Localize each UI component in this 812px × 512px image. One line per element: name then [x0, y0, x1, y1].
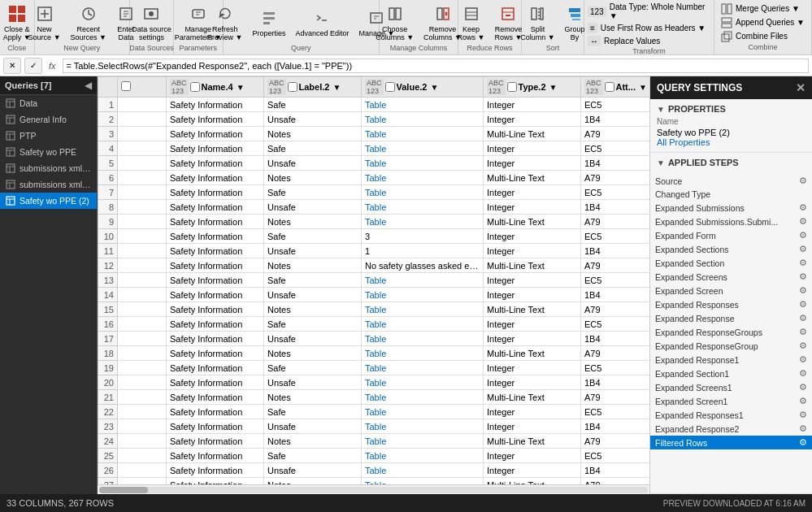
row-select-0[interactable] — [118, 98, 167, 112]
step-gear-17[interactable]: ⚙ — [799, 410, 807, 420]
step-item-10[interactable]: Expanded Response⚙ — [650, 311, 812, 325]
table-container[interactable]: ABC123 Name.4 ▼ ABC123 Label.2 ▼ ABC123 … — [98, 76, 649, 484]
table-link-15[interactable]: Table — [365, 319, 386, 329]
sidebar-item-3[interactable]: Safety wo PPE — [0, 144, 97, 160]
new-source-btn[interactable]: NewSource ▼ — [24, 2, 65, 44]
table-link-17[interactable]: Table — [365, 349, 386, 358]
table-link-25[interactable]: Table — [365, 466, 386, 475]
step-item-7[interactable]: Expanded Screens⚙ — [650, 270, 812, 284]
table-link-1[interactable]: Table — [365, 115, 386, 124]
close-panel-btn[interactable]: ✕ — [796, 81, 805, 94]
step-item-1[interactable]: Changed Type — [650, 188, 812, 201]
datasource-settings-btn[interactable]: Data sourcesettings — [128, 2, 176, 44]
step-item-6[interactable]: Expanded Section⚙ — [650, 256, 812, 270]
table-link-16[interactable]: Table — [365, 334, 386, 344]
row-select-15[interactable] — [118, 317, 167, 332]
cell-9-2[interactable]: 3 — [362, 229, 484, 244]
step-item-16[interactable]: Expanded Screen1⚙ — [650, 394, 812, 408]
step-item-4[interactable]: Expanded Form⚙ — [650, 228, 812, 242]
table-link-5[interactable]: Table — [365, 173, 386, 183]
cell-12-2[interactable]: Table — [362, 273, 484, 288]
step-gear-16[interactable]: ⚙ — [799, 396, 807, 406]
cell-6-2[interactable]: Table — [362, 185, 484, 200]
table-link-14[interactable]: Table — [365, 305, 386, 315]
row-select-7[interactable] — [118, 200, 167, 215]
replace-values-btn[interactable]: ↔ Replace Values — [588, 35, 660, 47]
step-gear-6[interactable]: ⚙ — [799, 258, 807, 268]
step-gear-5[interactable]: ⚙ — [799, 244, 807, 254]
step-gear-3[interactable]: ⚙ — [799, 216, 807, 227]
cell-18-2[interactable]: Table — [362, 361, 484, 375]
row-select-12[interactable] — [118, 273, 167, 288]
cell-20-2[interactable]: Table — [362, 390, 484, 405]
table-link-12[interactable]: Table — [365, 276, 386, 285]
row-select-20[interactable] — [118, 390, 167, 405]
cell-14-2[interactable]: Table — [362, 302, 484, 317]
row-select-9[interactable] — [118, 229, 167, 244]
refresh-preview-btn[interactable]: RefreshPreview ▼ — [203, 2, 246, 44]
row-select-2[interactable] — [118, 127, 167, 141]
col-checkbox-0[interactable] — [190, 82, 200, 92]
cell-0-2[interactable]: Table — [362, 98, 484, 112]
step-item-0[interactable]: Source⚙ — [650, 174, 812, 188]
cell-23-2[interactable]: Table — [362, 434, 484, 449]
row-select-1[interactable] — [118, 112, 167, 127]
col-checkbox-1[interactable] — [288, 82, 297, 92]
col-sort-2[interactable]: ▼ — [430, 83, 438, 92]
row-select-5[interactable] — [118, 171, 167, 185]
step-gear-4[interactable]: ⚙ — [799, 230, 807, 241]
col-sort-4[interactable]: ▼ — [639, 83, 647, 92]
table-link-24[interactable]: Table — [365, 451, 386, 461]
step-gear-14[interactable]: ⚙ — [799, 368, 807, 379]
cell-15-2[interactable]: Table — [362, 317, 484, 332]
cell-3-2[interactable]: Table — [362, 141, 484, 156]
sidebar-item-5[interactable]: submissions xml?us... — [0, 176, 97, 193]
table-link-20[interactable]: Table — [365, 393, 386, 402]
step-gear-11[interactable]: ⚙ — [799, 327, 807, 337]
step-item-3[interactable]: Expanded Submissions.Submi...⚙ — [650, 215, 812, 228]
cell-1-2[interactable]: Table — [362, 112, 484, 127]
step-item-2[interactable]: Expanded Submissions⚙ — [650, 201, 812, 215]
cell-13-2[interactable]: Table — [362, 288, 484, 302]
datatype-btn[interactable]: 123 Data Type: Whole Number ▼ — [588, 2, 710, 21]
cell-5-2[interactable]: Table — [362, 171, 484, 185]
cell-25-2[interactable]: Table — [362, 463, 484, 478]
table-link-21[interactable]: Table — [365, 407, 386, 417]
row-select-11[interactable] — [118, 258, 167, 273]
step-item-15[interactable]: Expanded Screens1⚙ — [650, 380, 812, 394]
horizontal-scrollbar[interactable] — [98, 484, 649, 494]
table-link-18[interactable]: Table — [365, 363, 386, 373]
row-select-21[interactable] — [118, 405, 167, 419]
row-select-23[interactable] — [118, 434, 167, 449]
cell-8-2[interactable]: Table — [362, 215, 484, 229]
all-properties-link[interactable]: All Properties — [657, 137, 710, 147]
col-sort-3[interactable]: ▼ — [549, 83, 558, 92]
row-select-24[interactable] — [118, 449, 167, 463]
row-select-6[interactable] — [118, 185, 167, 200]
sidebar-item-0[interactable]: Data — [0, 95, 97, 111]
step-gear-18[interactable]: ⚙ — [799, 423, 807, 434]
advanced-editor-btn[interactable]: Advanced Editor — [291, 5, 353, 41]
col-checkbox-4[interactable] — [605, 82, 614, 92]
col-sort-0[interactable]: ▼ — [237, 83, 245, 92]
table-link-19[interactable]: Table — [365, 378, 386, 388]
cell-21-2[interactable]: Table — [362, 405, 484, 419]
confirm-btn[interactable]: ✓ — [24, 58, 42, 74]
sidebar-collapse-btn[interactable]: ◀ — [85, 80, 92, 91]
merge-queries-btn[interactable]: Merge Queries ▼ — [721, 2, 800, 15]
cell-11-2[interactable]: No safety glasses asked employee to put … — [362, 258, 484, 273]
cell-2-2[interactable]: Table — [362, 127, 484, 141]
append-queries-btn[interactable]: Append Queries ▼ — [721, 16, 805, 29]
col-header-4[interactable]: ABC123 Att... ▼ — [581, 77, 650, 98]
table-link-22[interactable]: Table — [365, 422, 386, 432]
table-link-4[interactable]: Table — [365, 158, 386, 168]
step-gear-9[interactable]: ⚙ — [799, 299, 807, 310]
properties-btn[interactable]: Properties — [248, 5, 289, 41]
step-item-19[interactable]: Filtered Rows⚙ — [650, 436, 812, 449]
step-item-18[interactable]: Expanded Response2⚙ — [650, 422, 812, 436]
row-select-14[interactable] — [118, 302, 167, 317]
cell-24-2[interactable]: Table — [362, 449, 484, 463]
step-gear-10[interactable]: ⚙ — [799, 313, 807, 323]
col-checkbox-3[interactable] — [507, 82, 517, 92]
step-item-5[interactable]: Expanded Sections⚙ — [650, 242, 812, 256]
